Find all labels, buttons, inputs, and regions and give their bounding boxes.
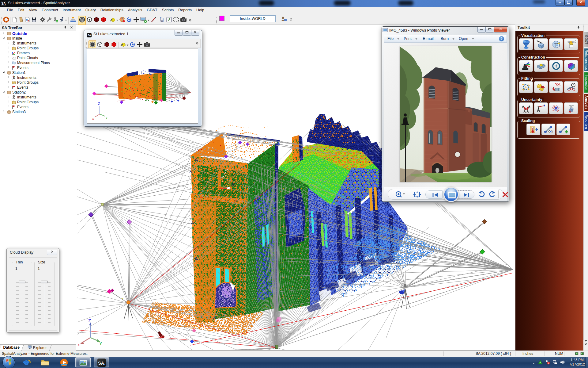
svg-text:Z: Z [98,102,100,105]
svg-text:x: x [77,342,80,347]
svg-text:y: y [106,116,107,119]
svg-text:y: y [100,340,102,345]
svg-text:+: + [122,297,123,300]
svg-text:x: x [92,117,94,120]
svg-text:Z: Z [88,318,91,323]
